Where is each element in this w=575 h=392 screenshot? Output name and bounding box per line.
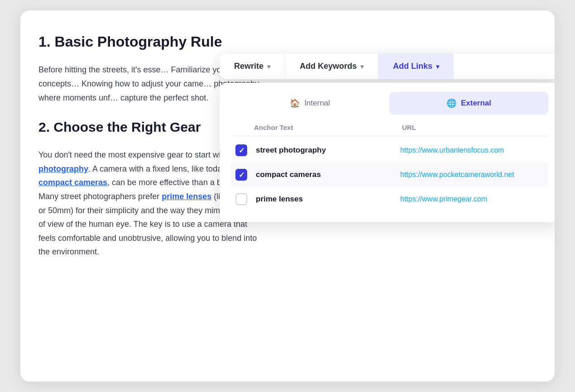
url-text-2: https://www.pocketcameraworld.net (400, 171, 548, 179)
checkbox-1[interactable] (235, 144, 247, 156)
rewrite-chevron: ▾ (267, 63, 270, 70)
add-keywords-chevron: ▾ (360, 63, 364, 70)
checkbox-cell-1 (230, 144, 252, 156)
checkbox-cell-3 (230, 193, 252, 205)
table-headers: Anchor Text URL (230, 124, 548, 136)
rewrite-label: Rewrite (234, 62, 264, 71)
checkbox-2[interactable] (235, 169, 247, 181)
tab-internal[interactable]: 🏠 Internal (230, 92, 389, 115)
tab-external[interactable]: 🌐 External (389, 92, 548, 115)
table-row: street photography https://www.urbanlens… (230, 138, 548, 163)
add-keywords-label: Add Keywords (300, 62, 357, 71)
internal-icon: 🏠 (290, 98, 300, 108)
link-compact-cameras: compact cameras (38, 178, 107, 187)
article-heading-1: 1. Basic Photography Rule (38, 33, 265, 50)
table-row: compact cameras https://www.pocketcamera… (230, 163, 548, 187)
anchor-text-2: compact cameras (252, 170, 400, 179)
toolbar-container: Rewrite ▾ Add Keywords ▾ Add Links ▾ 🏠 I… (220, 53, 555, 222)
external-icon: 🌐 (446, 98, 456, 108)
table-row: prime lenses https://www.primegear.com (230, 187, 548, 211)
add-keywords-button[interactable]: Add Keywords ▾ (285, 53, 379, 79)
anchor-text-1: street photography (252, 146, 400, 155)
main-card: 1. Basic Photography Rule Before hitting… (20, 10, 555, 382)
col-anchor-header: Anchor Text (252, 124, 400, 131)
anchor-text-3: prime lenses (252, 195, 400, 204)
add-links-label: Add Links (393, 62, 432, 71)
link-prime-lenses: prime lenses (162, 192, 211, 201)
url-text-3: https://www.primegear.com (400, 195, 548, 203)
add-links-button[interactable]: Add Links ▾ (379, 53, 454, 79)
rewrite-button[interactable]: Rewrite ▾ (220, 53, 285, 79)
tab-internal-label: Internal (304, 99, 330, 108)
dropdown-panel: 🏠 Internal 🌐 External Anchor Text URL (220, 83, 555, 222)
tab-external-label: External (461, 99, 491, 108)
checkbox-3[interactable] (235, 193, 247, 205)
url-text-1: https://www.urbanlensfocus.com (400, 146, 548, 154)
add-links-chevron: ▾ (436, 63, 439, 70)
checkbox-cell-2 (230, 169, 252, 181)
col-url-header: URL (400, 124, 548, 131)
tab-switcher: 🏠 Internal 🌐 External (230, 92, 548, 115)
toolbar: Rewrite ▾ Add Keywords ▾ Add Links ▾ (220, 53, 555, 79)
